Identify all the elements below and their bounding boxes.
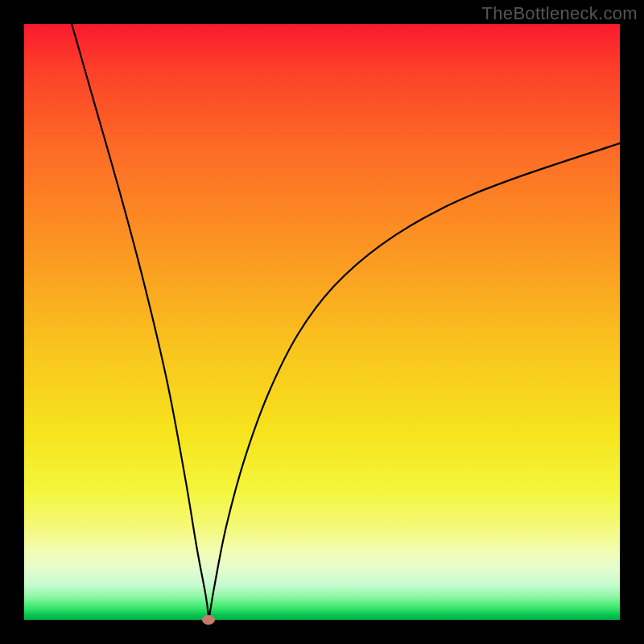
bottleneck-curve (72, 24, 620, 620)
plot-area (24, 24, 620, 620)
curve-svg (24, 24, 620, 620)
watermark-text: TheBottleneck.com (482, 3, 638, 24)
chart-frame: TheBottleneck.com (0, 0, 644, 644)
minimum-marker (202, 615, 215, 625)
